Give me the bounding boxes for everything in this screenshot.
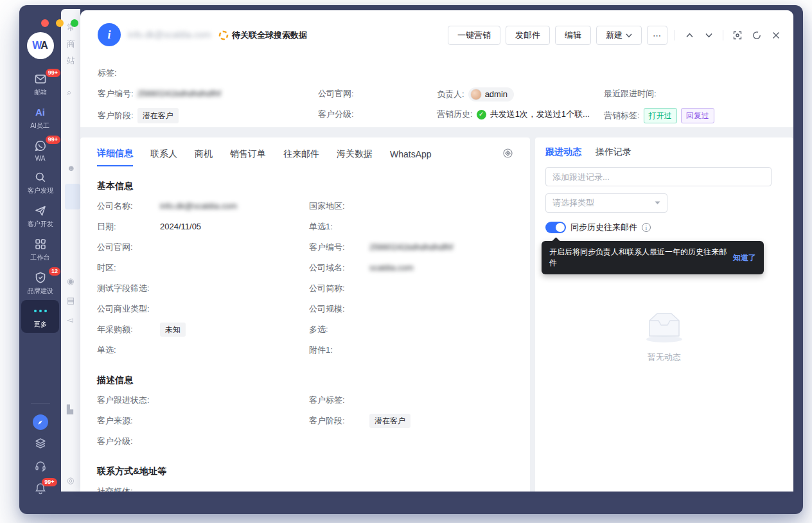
mail-badge: 99+ [46, 69, 60, 77]
add-follow-up-input[interactable] [545, 167, 772, 186]
divider [723, 30, 723, 40]
field-value: 25660241bdhdhdhdfhf [369, 237, 453, 258]
empty-state: 暂无动态 [545, 309, 783, 363]
background-icon: ◎ [67, 475, 74, 485]
whatsapp-badge: 99+ [46, 136, 60, 144]
tab-opportunities[interactable]: 商机 [195, 148, 213, 166]
tab-emails[interactable]: 往来邮件 [283, 148, 319, 166]
value-badge: 潜在客户 [369, 414, 410, 428]
one-click-marketing-button[interactable]: 一键营销 [448, 26, 500, 45]
sidebar-item-customer-discovery[interactable]: 客户发现 [21, 166, 59, 199]
minimize-window-button[interactable] [56, 19, 64, 27]
field-label: 公司规模: [309, 299, 345, 319]
resources-icon[interactable] [34, 437, 47, 452]
send-email-button[interactable]: 发邮件 [506, 26, 550, 45]
grade-label: 客户分级: [318, 108, 354, 121]
field-label: 公司商业类型: [97, 299, 150, 319]
sidebar-item-label: 更多 [33, 320, 46, 329]
info-icon[interactable]: i [642, 223, 651, 232]
more-actions-button[interactable]: ⋯ [647, 26, 667, 45]
tab-operation-log[interactable]: 操作记录 [596, 146, 631, 162]
sidebar-item-customer-development[interactable]: 客户开发 [21, 200, 59, 233]
sidebar-item-more[interactable]: 更多 [21, 300, 59, 333]
field-label: 单选1: [309, 217, 333, 237]
previous-record-button[interactable] [682, 28, 696, 42]
sidebar-item-whatsapp[interactable]: 99+ WA [21, 135, 59, 166]
field-row: 公司官网: 客户编号: 25660241bdhdhdhdfhf [97, 237, 513, 258]
tab-follow-up[interactable]: 跟进动态 [545, 146, 581, 162]
modal-header: i info.dk@scaldia.com 待关联全球搜索数据 一键营销 发邮件… [80, 10, 793, 127]
next-record-button[interactable] [702, 28, 716, 42]
background-page-strip: 常 商 站 ⌕ ☻ ◉ ▤ ◅ ▙ ◎ [61, 9, 80, 492]
headset-icon[interactable] [34, 459, 47, 475]
global-search-link-status[interactable]: 待关联全球搜索数据 [218, 30, 307, 41]
field-row: 公司商业类型: 公司规模: [97, 299, 513, 319]
tab-detail-info[interactable]: 详细信息 [97, 148, 133, 166]
sidebar-item-mail[interactable]: 99+ 邮箱 [21, 68, 59, 101]
field-row: 客户跟进状态: 客户标签: [97, 390, 513, 411]
logo-letter-a: A [40, 40, 48, 51]
field-value: scaldia.com [369, 258, 414, 278]
last-follow-label: 最近跟进时间: [604, 87, 657, 100]
tab-whatsapp[interactable]: WhatsApp [390, 149, 432, 165]
tooltip-got-it-button[interactable]: 知道了 [733, 253, 756, 263]
field-row: 公司名称: info.dk@scaldia.com 国家地区: [97, 196, 513, 217]
field-row: 时区: 公司域名: scaldia.com [97, 258, 513, 278]
sidebar-item-label: 邮箱 [33, 88, 46, 97]
create-button[interactable]: 新建 [596, 26, 642, 45]
value-badge: 未知 [160, 323, 186, 337]
refresh-button[interactable] [750, 28, 764, 42]
field-label: 日期: [97, 217, 116, 237]
field-label: 客户跟进状态: [97, 390, 150, 411]
field-settings-icon[interactable] [502, 148, 513, 161]
sidebar-item-label: AI员工 [31, 121, 50, 130]
compass-icon[interactable] [33, 414, 48, 430]
stage-badge: 潜在客户 [137, 108, 179, 123]
sidebar-item-ai-staff[interactable]: Ai AI员工 [21, 102, 59, 134]
tooltip-text: 开启后将同步负责人和联系人最近一年的历史往来邮件 [549, 247, 728, 269]
field-row: 日期: 2024/11/05 单选1: [97, 217, 513, 237]
field-label: 公司域名: [309, 258, 345, 278]
field-label: 客户来源: [97, 411, 133, 431]
chevron-down-icon [626, 33, 632, 38]
sidebar-item-brand-building[interactable]: 12 品牌建设 [21, 267, 59, 299]
sidebar-nav: 99+ 邮箱 Ai AI员工 99+ WA 客户发现 客户开发 [21, 68, 59, 333]
section-desc-info: 描述信息 [97, 375, 513, 386]
sidebar-item-label: 品牌建设 [27, 287, 53, 296]
tab-sales-orders[interactable]: 销售订单 [230, 148, 266, 166]
empty-box-icon [642, 309, 687, 344]
brand-badge: 12 [49, 267, 60, 276]
check-circle-icon: ✓ [477, 110, 486, 120]
owner-pill[interactable]: admin [468, 87, 514, 102]
tab-contacts[interactable]: 联系人 [150, 148, 177, 166]
zoom-window-button[interactable] [71, 19, 78, 27]
history-value: 共发送1次，发送过1个联... [490, 108, 590, 121]
close-modal-button[interactable] [769, 28, 783, 42]
sync-history-toggle[interactable] [545, 222, 566, 233]
history-label: 营销历史: [437, 108, 473, 121]
detail-tabs: 详细信息 联系人 商机 销售订单 往来邮件 海关数据 WhatsApp [97, 148, 513, 166]
marketing-history-field: 营销历史: ✓ 共发送1次，发送过1个联... [437, 108, 590, 121]
tab-customs-data[interactable]: 海关数据 [337, 148, 373, 166]
section-basic-info: 基本信息 [97, 181, 513, 192]
background-icon: ▙ [67, 405, 73, 414]
field-row: 测试字段筛选: 公司简称: [97, 278, 513, 299]
window-traffic-lights [41, 19, 78, 27]
notifications[interactable]: 99+ [34, 482, 47, 497]
field-label: 客户分级: [97, 431, 133, 452]
field-label: 年采购额: [97, 319, 133, 340]
header-actions: 一键营销 发邮件 编辑 新建 ⋯ [448, 26, 783, 45]
type-select[interactable]: 请选择类型 [545, 193, 667, 213]
field-label: 公司官网: [97, 237, 133, 258]
expand-modal-button[interactable] [730, 28, 745, 42]
customer-avatar: i [98, 23, 121, 46]
field-value: info.dk@scaldia.com [160, 196, 237, 217]
field-row: 年采购额: 未知 多选: [97, 319, 513, 340]
field-label: 社交媒体: [97, 481, 133, 492]
sidebar-item-label: 客户开发 [27, 220, 53, 229]
field-label: 测试字段筛选: [97, 278, 150, 299]
edit-button[interactable]: 编辑 [555, 26, 591, 45]
close-window-button[interactable] [41, 19, 49, 27]
sidebar-item-workbench[interactable]: 工作台 [21, 233, 59, 266]
customer-no-field: 客户编号: 25660241bdhdhdhdfhf [98, 87, 221, 100]
